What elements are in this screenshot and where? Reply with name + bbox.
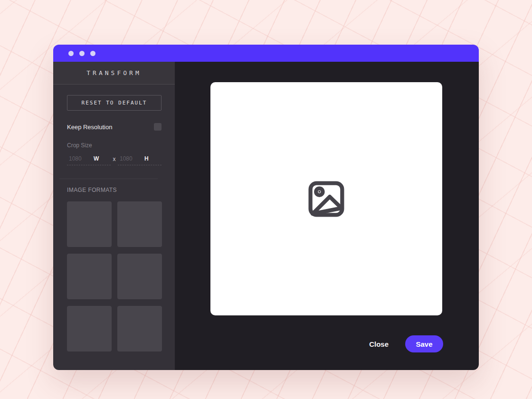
crop-width-input[interactable] bbox=[69, 155, 88, 162]
sidebar-divider bbox=[59, 179, 158, 179]
window-dot-icon[interactable] bbox=[68, 51, 74, 56]
crop-size-label: Crop Size bbox=[67, 142, 162, 149]
save-button[interactable]: Save bbox=[405, 335, 443, 352]
image-placeholder-icon bbox=[305, 178, 348, 220]
crop-height-input[interactable] bbox=[120, 155, 139, 162]
format-tile[interactable] bbox=[67, 306, 112, 352]
image-formats-grid bbox=[67, 201, 162, 352]
format-tile[interactable] bbox=[117, 254, 162, 299]
format-tile[interactable] bbox=[117, 306, 162, 352]
reset-to-default-button[interactable]: RESET TO DEFAULT bbox=[67, 95, 162, 111]
image-preview-card bbox=[210, 82, 442, 315]
crop-width-field: W bbox=[67, 154, 111, 165]
crop-width-unit-label: W bbox=[94, 155, 99, 162]
sidebar-header: TRANSFORM bbox=[53, 62, 175, 85]
crop-height-unit-label: H bbox=[144, 155, 149, 162]
footer-actions: Close Save bbox=[368, 335, 443, 352]
format-tile[interactable] bbox=[67, 254, 112, 299]
transform-window: TRANSFORM RESET TO DEFAULT Keep Resoluti… bbox=[53, 45, 479, 370]
window-titlebar bbox=[53, 45, 479, 62]
image-formats-label: IMAGE FORMATS bbox=[67, 187, 162, 193]
keep-resolution-checkbox[interactable] bbox=[154, 123, 162, 131]
crop-size-row: W x H bbox=[67, 154, 162, 165]
preview-area: Close Save bbox=[175, 62, 479, 370]
format-tile[interactable] bbox=[117, 201, 162, 247]
window-dot-icon[interactable] bbox=[79, 51, 85, 56]
window-dot-icon[interactable] bbox=[90, 51, 95, 56]
desktop-background: TRANSFORM RESET TO DEFAULT Keep Resoluti… bbox=[0, 0, 532, 399]
keep-resolution-row: Keep Resolution bbox=[67, 123, 162, 131]
format-tile[interactable] bbox=[67, 201, 112, 247]
transform-sidebar: TRANSFORM RESET TO DEFAULT Keep Resoluti… bbox=[53, 62, 175, 370]
crop-size-separator: x bbox=[111, 156, 118, 164]
close-button[interactable]: Close bbox=[368, 340, 390, 348]
keep-resolution-label: Keep Resolution bbox=[67, 124, 112, 131]
crop-height-field: H bbox=[118, 154, 162, 165]
sidebar-title: TRANSFORM bbox=[86, 69, 141, 76]
